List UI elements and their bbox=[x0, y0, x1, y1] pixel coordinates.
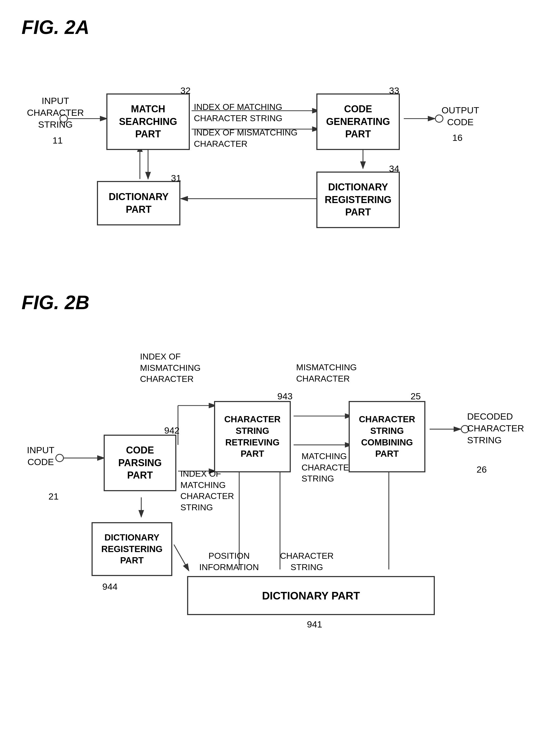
ref-32: 32 bbox=[180, 85, 191, 96]
char-string-combining-box: CHARACTERSTRINGCOMBININGPART bbox=[349, 401, 425, 472]
ref-26: 26 bbox=[477, 464, 487, 475]
match-searching-box: MATCHSEARCHINGPART bbox=[106, 94, 190, 150]
fig2a-arrows bbox=[22, 49, 538, 259]
ref-33: 33 bbox=[389, 85, 399, 96]
dict-registering-box: DICTIONARYREGISTERINGPART bbox=[316, 172, 400, 228]
figure-2a: FIG. 2A bbox=[22, 16, 538, 259]
index-mismatching-label: INDEX OF MISMATCHINGCHARACTER bbox=[194, 127, 298, 150]
dictionary-box: DICTIONARYPART bbox=[97, 181, 180, 225]
fig2b-diagram: INPUTCODE 21 INDEX OFMISMATCHINGCHARACTE… bbox=[22, 324, 538, 626]
ref-25: 25 bbox=[411, 391, 421, 401]
ref-11: 11 bbox=[53, 135, 63, 146]
index-matching-b-label: INDEX OFMATCHINGCHARACTERSTRING bbox=[180, 468, 234, 513]
ref-21: 21 bbox=[48, 491, 59, 502]
character-string-label: CHARACTERSTRING bbox=[280, 550, 334, 573]
svg-line-25 bbox=[174, 545, 189, 571]
figure-2b: FIG. 2B bbox=[22, 291, 538, 626]
mismatching-char-label: MISMATCHINGCHARACTER bbox=[296, 362, 357, 384]
output-label: OUTPUTCODE bbox=[442, 104, 479, 128]
fig2a-diagram: INPUTCHARACTERSTRING 11 MATCHSEARCHINGPA… bbox=[22, 49, 538, 259]
ref-944: 944 bbox=[102, 581, 118, 592]
ref-941: 941 bbox=[307, 619, 322, 630]
code-generating-box: CODEGENERATINGPART bbox=[316, 94, 400, 150]
decoded-label: DECODEDCHARACTERSTRING bbox=[467, 410, 524, 446]
ref-31: 31 bbox=[171, 173, 181, 183]
code-parsing-box: CODEPARSINGPART bbox=[104, 435, 176, 491]
matching-char-string-label: MATCHINGCHARACTERSTRING bbox=[302, 451, 355, 485]
position-info-label: POSITIONINFORMATION bbox=[199, 550, 259, 573]
input-label: INPUTCHARACTERSTRING bbox=[27, 95, 84, 131]
fig2a-label: FIG. 2A bbox=[22, 16, 538, 38]
dict-registering-b-box: DICTIONARYREGISTERINGPART bbox=[92, 522, 172, 576]
ref-942: 942 bbox=[164, 425, 180, 436]
ref-16: 16 bbox=[452, 133, 462, 143]
dictionary-b-box: DICTIONARY PART bbox=[187, 576, 435, 615]
ref-943: 943 bbox=[277, 391, 293, 401]
input-code-label: INPUTCODE bbox=[27, 444, 54, 468]
char-string-retrieving-box: CHARACTERSTRINGRETRIEVINGPART bbox=[214, 401, 291, 472]
ref-34: 34 bbox=[389, 163, 399, 174]
index-mismatching-b-label: INDEX OFMISMATCHINGCHARACTER bbox=[140, 351, 201, 385]
index-matching-label: INDEX OF MATCHINGCHARACTER STRING bbox=[194, 101, 282, 124]
svg-point-15 bbox=[56, 454, 63, 461]
fig2b-label: FIG. 2B bbox=[22, 291, 538, 314]
